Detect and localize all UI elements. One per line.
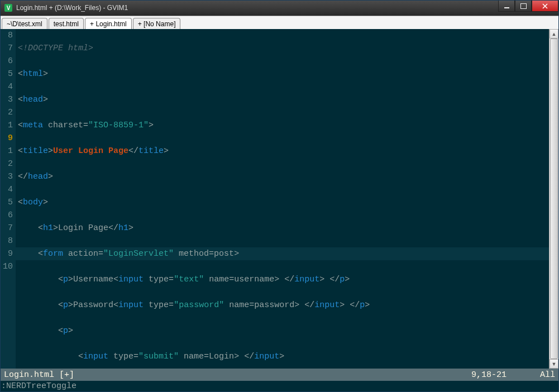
status-file: Login.html [+] [4, 370, 74, 380]
tab-bar: ~\D\test.xml test.html + Login.html + [N… [1, 16, 558, 29]
window-title: Login.html + (D:\Work_Files) - GVIM1 [16, 4, 498, 12]
status-percent: All [540, 370, 555, 380]
tab-login-html[interactable]: + Login.html [85, 18, 132, 29]
title-bar: V Login.html + (D:\Work_Files) - GVIM1 [1, 1, 558, 16]
status-position: 9,18-21 [471, 370, 507, 380]
scroll-down-icon[interactable]: ▼ [550, 359, 558, 369]
scroll-up-icon[interactable]: ▲ [550, 29, 558, 39]
command-line[interactable]: :NERDTreeToggle [1, 381, 558, 391]
app-icon: V [4, 3, 13, 12]
tab-test-html[interactable]: test.html [49, 18, 84, 29]
svg-text:V: V [7, 5, 11, 11]
line-number-gutter: 8 7 6 5 4 3 2 1 9 1 2 3 4 5 6 7 8 9 10 [1, 29, 16, 369]
scroll-thumb[interactable] [550, 39, 558, 359]
tab-test-xml[interactable]: ~\D\test.xml [2, 18, 47, 29]
editor[interactable]: 8 7 6 5 4 3 2 1 9 1 2 3 4 5 6 7 8 9 10 <… [1, 29, 558, 369]
minimize-button[interactable] [498, 1, 515, 12]
tab-no-name[interactable]: + [No Name] [133, 18, 181, 29]
maximize-button[interactable] [515, 1, 532, 12]
scrollbar[interactable]: ▲ ▼ [549, 29, 558, 369]
command-text: :NERDTreeToggle [1, 381, 77, 391]
status-line: Login.html [+] 9,18-21 All [1, 369, 558, 381]
code-area[interactable]: <!DOCTYPE html> <html> <head> <meta char… [16, 29, 549, 369]
close-button[interactable] [532, 1, 558, 12]
